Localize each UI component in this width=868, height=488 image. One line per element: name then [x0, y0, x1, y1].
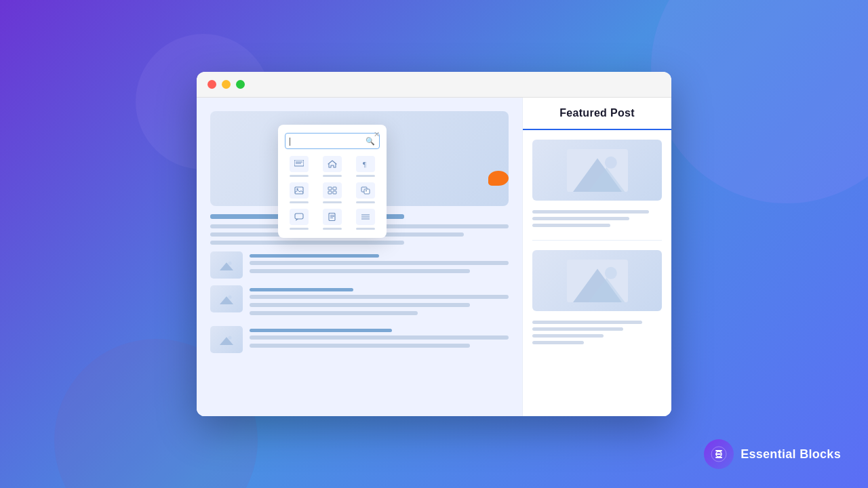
post-row-1: [210, 251, 509, 279]
post-lines-2: [250, 285, 509, 319]
brand-icon: [704, 439, 734, 469]
list-icon: [361, 213, 370, 221]
featured-text-2: [532, 321, 662, 348]
browser-window: ✕ 🔍: [197, 72, 671, 416]
eb-logo: [711, 446, 727, 462]
traffic-light-green[interactable]: [236, 80, 245, 89]
f-line-1c: [532, 224, 610, 227]
svg-rect-18: [328, 191, 332, 194]
featured-image-1: [532, 140, 662, 201]
search-input[interactable]: [290, 136, 366, 146]
svg-point-35: [604, 156, 616, 168]
svg-marker-12: [328, 161, 336, 167]
svg-rect-14: [295, 187, 303, 194]
featured-mountain-2: [567, 260, 628, 302]
block-item-home[interactable]: [318, 156, 346, 177]
post-desc-1b: [250, 269, 470, 273]
f-line-2b: [532, 327, 623, 331]
block-icon-page: [323, 209, 342, 225]
featured-header: Featured Post: [523, 98, 671, 130]
svg-rect-19: [333, 191, 336, 194]
post-title-2: [250, 288, 353, 291]
grid-icon: [328, 186, 337, 195]
svg-rect-21: [364, 189, 370, 194]
traffic-light-red[interactable]: [208, 80, 216, 89]
block-label-paragraph: [356, 175, 375, 177]
post-thumb-2: [210, 285, 243, 312]
featured-post-title: Featured Post: [559, 107, 635, 119]
paragraph-icon: ¶: [361, 160, 370, 168]
f-line-2d: [532, 341, 584, 344]
svg-rect-17: [333, 187, 336, 190]
post-icon: [294, 160, 304, 168]
block-label-page: [323, 228, 342, 230]
f-line-1a: [532, 210, 649, 214]
bg-decoration-1: [651, 0, 868, 203]
post-thumb-3: [210, 326, 243, 353]
f-line-1b: [532, 217, 629, 220]
cursor: [290, 138, 290, 146]
thumb-mountain-1: [220, 260, 233, 270]
block-label-home: [323, 175, 342, 177]
block-item-comment[interactable]: [285, 209, 313, 230]
block-label-post: [290, 175, 309, 177]
block-item-paragraph[interactable]: ¶: [352, 156, 380, 177]
post-title-1: [250, 254, 379, 258]
post-lines-3: [250, 326, 509, 352]
block-item-post[interactable]: [285, 156, 313, 177]
post-lines-1: [250, 251, 509, 277]
svg-point-39: [604, 266, 616, 279]
block-icon-paragraph: ¶: [356, 156, 375, 172]
popup-close-button[interactable]: ✕: [374, 130, 380, 139]
search-box[interactable]: 🔍: [285, 133, 380, 149]
block-label-grid: [323, 201, 342, 203]
block-item-page[interactable]: [318, 209, 346, 230]
f-line-2c: [532, 334, 604, 338]
post-desc-2a: [250, 295, 509, 299]
block-label-comment: [290, 228, 309, 230]
traffic-light-yellow[interactable]: [222, 80, 231, 89]
svg-point-22: [366, 190, 367, 192]
svg-point-8: [229, 336, 232, 339]
block-icon-home: [323, 156, 342, 172]
gallery-icon: [361, 186, 370, 195]
block-icon-list: [356, 209, 375, 225]
block-label-image: [290, 201, 309, 203]
page-icon: [328, 213, 337, 221]
f-line-2a: [532, 321, 642, 324]
featured-divider: [532, 240, 662, 241]
orange-blob: [488, 171, 509, 186]
block-label-list: [356, 228, 375, 230]
block-item-image[interactable]: [285, 182, 313, 203]
block-picker-popup: ✕ 🔍: [278, 125, 387, 238]
post-row-2: [210, 285, 509, 319]
block-icon-image: [290, 182, 309, 199]
svg-rect-16: [328, 187, 332, 190]
post-desc-2c: [250, 311, 418, 315]
block-item-list[interactable]: [352, 209, 380, 230]
block-item-gallery[interactable]: [352, 182, 380, 203]
block-grid: ¶: [285, 156, 380, 230]
block-label-gallery: [356, 201, 375, 203]
block-icon-comment: [290, 209, 309, 225]
svg-rect-25: [329, 214, 335, 221]
block-item-grid[interactable]: [318, 182, 346, 203]
post-desc-2b: [250, 303, 470, 307]
post-thumb-1: [210, 251, 243, 279]
svg-point-15: [296, 188, 298, 190]
browser-content: ✕ 🔍: [197, 98, 671, 416]
svg-point-4: [229, 261, 232, 264]
featured-mountain-1: [567, 149, 628, 192]
thumb-mountain-2: [220, 294, 233, 304]
post-row-3: [210, 326, 509, 353]
brand-logo: Essential Blocks: [704, 439, 841, 469]
svg-text:¶: ¶: [363, 160, 366, 168]
block-icon-grid: [323, 182, 342, 199]
block-icon-gallery: [356, 182, 375, 199]
featured-text-1: [532, 210, 662, 230]
thumb-mountain-3: [220, 335, 233, 345]
comment-icon: [294, 213, 304, 221]
post-title-3: [250, 329, 392, 332]
block-icon-post: [290, 156, 309, 172]
post-desc-3b: [250, 344, 470, 348]
